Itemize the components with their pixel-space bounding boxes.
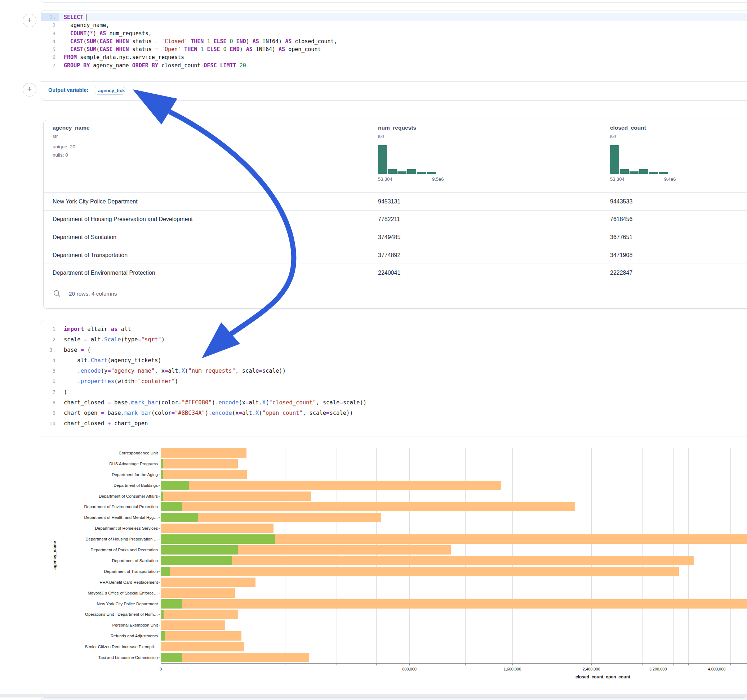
y-axis-label: Operations Unit - Department of Hom… — [85, 612, 158, 617]
gridline — [673, 448, 674, 663]
bar-closed-count[interactable] — [161, 631, 242, 641]
altair-bar-chart: agency_name closed_count, open_count Cor… — [0, 0, 747, 700]
y-tick — [159, 517, 160, 518]
x-tick — [554, 664, 554, 665]
y-tick — [159, 475, 160, 475]
gridline — [591, 448, 592, 663]
y-tick — [159, 453, 160, 453]
bar-closed-count[interactable] — [161, 481, 501, 490]
bar-open-count[interactable] — [161, 556, 232, 565]
y-tick — [159, 647, 160, 647]
gridline — [717, 448, 717, 663]
bar-open-count[interactable] — [161, 653, 182, 662]
bar-closed-count[interactable] — [161, 492, 311, 501]
bar-closed-count[interactable] — [161, 609, 238, 619]
bar-closed-count[interactable] — [161, 470, 247, 479]
y-tick — [159, 550, 160, 550]
bar-closed-count[interactable] — [161, 653, 309, 662]
bar-closed-count[interactable] — [161, 599, 747, 608]
x-tick — [337, 664, 337, 665]
y-tick — [159, 658, 160, 658]
gridline — [534, 448, 534, 663]
y-axis-label: Department of Transportation — [104, 569, 158, 573]
bar-closed-count[interactable] — [161, 578, 256, 587]
x-axis-label: 4,000,000 — [708, 667, 726, 671]
y-tick — [159, 582, 160, 582]
y-axis-label: Department of Sanitation — [112, 558, 158, 563]
y-axis-label: DHS Advantage Programs — [109, 462, 158, 466]
y-axis-label: New York City Police Department — [97, 602, 158, 606]
y-tick — [159, 561, 160, 561]
x-tick — [642, 664, 643, 665]
x-tick — [161, 664, 161, 665]
gridline — [285, 448, 286, 663]
x-tick — [609, 664, 609, 665]
x-axis-label: 1,600,000 — [504, 667, 521, 671]
x-tick — [490, 664, 490, 665]
y-axis-label: Correspondence Unit — [119, 451, 158, 455]
x-axis-label: 800,000 — [402, 667, 417, 671]
y-tick — [159, 593, 160, 593]
x-tick — [658, 664, 658, 665]
x-tick — [285, 664, 286, 665]
notebook-page: { "sql_cell": { "add_button_label": "+",… — [0, 0, 747, 700]
gridline — [609, 448, 609, 663]
y-axis-label: Taxi and Limousine Commission — [98, 655, 158, 660]
x-axis-domain — [161, 663, 747, 664]
y-tick — [159, 625, 160, 626]
gridline — [703, 448, 703, 663]
x-axis-label: 2,400,000 — [583, 667, 600, 671]
gridline — [744, 448, 744, 663]
gridline — [465, 448, 466, 663]
y-axis-label: Department for the Aging — [112, 472, 158, 477]
bar-closed-count[interactable] — [161, 620, 225, 630]
x-tick — [573, 664, 573, 665]
y-tick — [159, 496, 160, 496]
x-axis-title: closed_count, open_count — [576, 674, 630, 679]
x-tick — [513, 664, 513, 665]
bar-closed-count[interactable] — [161, 448, 246, 458]
y-tick — [159, 636, 160, 636]
bar-open-count[interactable] — [161, 567, 170, 576]
x-axis-label: 0 — [160, 667, 162, 671]
bar-closed-count[interactable] — [161, 523, 274, 533]
y-axis-label: Department of Buildings — [113, 483, 158, 487]
bar-closed-count[interactable] — [161, 556, 694, 565]
bar-open-count[interactable] — [161, 545, 238, 555]
bar-closed-count[interactable] — [161, 459, 238, 468]
y-axis-label: Personal Exemption Unit — [112, 623, 158, 627]
y-axis-label: Refunds and Adjustments — [110, 634, 158, 638]
gridline — [688, 448, 689, 663]
bar-open-count[interactable] — [161, 599, 182, 608]
bar-closed-count[interactable] — [161, 567, 679, 576]
y-axis-label: Department of Health and Mental Hyg… — [84, 515, 158, 520]
gridline — [409, 448, 410, 663]
bar-open-count[interactable] — [161, 481, 189, 490]
x-tick — [688, 664, 689, 665]
y-axis-label: Department of Consumer Affairs — [99, 494, 158, 498]
x-tick — [591, 664, 592, 665]
y-tick — [159, 604, 160, 604]
bar-open-count[interactable] — [161, 513, 198, 522]
bar-closed-count[interactable] — [161, 502, 575, 511]
bar-open-count[interactable] — [161, 534, 275, 544]
gridline — [626, 448, 626, 663]
gridline — [439, 448, 439, 663]
x-tick — [534, 664, 534, 665]
x-tick — [673, 664, 674, 665]
gridline — [513, 448, 513, 663]
y-axis-label: Department of Environmental Protection — [84, 504, 158, 509]
x-tick — [717, 664, 717, 665]
y-axis-label: Department of Housing Preservation … — [85, 537, 158, 541]
y-tick — [159, 507, 160, 507]
y-axis-label: Department of Homeless Services — [95, 526, 158, 530]
bar-open-count[interactable] — [161, 609, 163, 619]
y-tick — [159, 528, 160, 529]
bar-open-count[interactable] — [161, 631, 165, 641]
x-tick — [439, 664, 439, 665]
bar-closed-count[interactable] — [161, 642, 244, 652]
bar-closed-count[interactable] — [161, 588, 235, 598]
bar-open-count[interactable] — [161, 502, 182, 511]
y-tick — [159, 614, 160, 615]
y-axis-title: agency_name — [52, 541, 57, 569]
